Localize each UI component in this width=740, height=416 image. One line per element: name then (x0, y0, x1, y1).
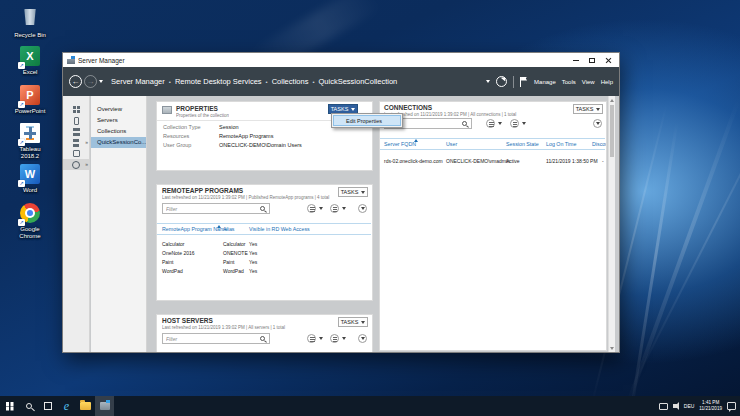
caret-down-icon[interactable] (522, 122, 526, 125)
back-button[interactable]: ← (69, 75, 82, 88)
action-center-icon[interactable] (727, 402, 736, 410)
nav-item-overview[interactable]: Overview (91, 104, 146, 115)
nav-file-storage-services[interactable]: » (63, 137, 89, 148)
minimize-button[interactable] (568, 54, 584, 67)
nav-dashboard[interactable] (63, 104, 89, 115)
internet-explorer-button[interactable]: e (57, 396, 76, 416)
desktop-icon-word[interactable]: W ↗ Word (7, 163, 53, 194)
desktop-icon-recycle-bin[interactable]: Recycle Bin (7, 6, 53, 39)
nav-iis[interactable] (63, 148, 89, 159)
sort-ascending-icon (414, 139, 418, 142)
close-button[interactable] (600, 54, 616, 67)
column-header[interactable]: Log On Time (546, 141, 576, 147)
desktop-icon-chrome[interactable]: ↗ Google Chrome (7, 202, 53, 240)
breadcrumb: Server Manager • Remote Desktop Services… (111, 77, 397, 86)
breadcrumb-item[interactable]: QuickSessionCollection (319, 77, 398, 86)
back-icon: ← (72, 77, 80, 86)
nav-item-quicksessioncollection[interactable]: QuickSessionCo... (91, 137, 146, 148)
hostservers-tasks-button[interactable]: TASKS (338, 317, 368, 327)
clock[interactable]: 1:41 PM 11/21/2019 (699, 400, 722, 412)
filter-saved-queries-button[interactable] (307, 334, 316, 343)
nav-remote-desktop-services[interactable]: » (63, 159, 89, 170)
maximize-button[interactable] (584, 54, 600, 67)
hostservers-filter-input[interactable] (162, 333, 270, 344)
title-bar[interactable]: Server Manager (63, 53, 619, 67)
expand-icon: » (85, 137, 88, 148)
table-header: Server FQDN User Session State Log On Ti… (380, 138, 605, 150)
refresh-icon[interactable] (496, 76, 507, 87)
caret-down-icon[interactable] (319, 337, 323, 340)
menu-view[interactable]: View (582, 79, 595, 85)
task-view-button[interactable] (38, 396, 57, 416)
menu-tools[interactable]: Tools (562, 79, 576, 85)
filter-saved-queries-button[interactable] (486, 119, 495, 128)
scroll-up-button[interactable] (609, 96, 615, 104)
connections-tasks-button[interactable]: TASKS (573, 104, 603, 114)
column-header[interactable]: Visible in RD Web Access (249, 226, 310, 232)
desktop-icon-label: Recycle Bin (7, 32, 53, 39)
nav-item-collections[interactable]: Collections (91, 126, 146, 137)
volume-icon[interactable] (673, 404, 677, 408)
nav-icon-strip: » » (63, 96, 90, 352)
start-button[interactable] (0, 396, 19, 416)
server-manager-icon (100, 402, 110, 410)
triangle-up-icon (610, 99, 614, 102)
collapse-panel-button[interactable] (593, 119, 602, 128)
breadcrumb-item[interactable]: Collections (272, 77, 309, 86)
file-explorer-button[interactable] (76, 396, 95, 416)
caret-down-icon[interactable] (498, 122, 502, 125)
nav-history-caret-icon[interactable] (99, 80, 103, 83)
column-header[interactable]: Disconne (592, 141, 607, 147)
grouping-button[interactable] (510, 119, 519, 128)
network-icon[interactable] (659, 403, 668, 410)
panel-subtitle: Properties of the collection (176, 113, 229, 118)
notifications-flag-icon[interactable] (520, 77, 528, 87)
scrollbar-thumb[interactable] (610, 105, 614, 157)
chevron-down-icon (361, 207, 365, 210)
nav-item-servers[interactable]: Servers (91, 115, 146, 126)
taskbar: e DEU 1:41 PM 11/21/2019 (0, 396, 740, 416)
breadcrumb-item[interactable]: Remote Desktop Services (175, 77, 262, 86)
menu-manage[interactable]: Manage (534, 79, 556, 85)
forward-button[interactable]: → (84, 75, 97, 88)
desktop-icon-tableau[interactable]: ↗ Tableau 2018.2 (7, 122, 53, 160)
tasks-label: TASKS (576, 106, 594, 112)
remoteapp-tasks-button[interactable]: TASKS (338, 187, 368, 197)
maximize-icon (589, 58, 595, 63)
menu-item-edit-properties[interactable]: Edit Properties (333, 115, 401, 126)
column-header[interactable]: Session State (506, 141, 539, 147)
nav-local-server[interactable] (63, 115, 89, 126)
caret-down-icon[interactable] (342, 337, 346, 340)
grouping-button[interactable] (330, 334, 339, 343)
menu-help[interactable]: Help (601, 79, 613, 85)
caret-down-icon[interactable] (319, 207, 323, 210)
panel-title: HOST SERVERS (162, 317, 213, 324)
windows-logo-icon (6, 402, 10, 406)
caret-down-icon[interactable] (342, 207, 346, 210)
remoteapp-filter-input[interactable] (162, 203, 270, 214)
vertical-scrollbar[interactable] (608, 96, 615, 352)
notifications-caret-icon[interactable] (486, 80, 490, 83)
column-header[interactable]: Server FQDN (384, 141, 416, 147)
tasks-dropdown-menu: Edit Properties (331, 113, 403, 128)
grouping-button[interactable] (330, 204, 339, 213)
collapse-panel-button[interactable] (358, 204, 367, 213)
scroll-down-button[interactable] (609, 344, 615, 352)
server-manager-taskbar-button[interactable] (95, 396, 114, 416)
field-label: User Group (163, 142, 191, 148)
expand-icon: » (85, 159, 88, 170)
filter-saved-queries-button[interactable] (307, 204, 316, 213)
desktop-icon-powerpoint[interactable]: P ↗ PowerPoint (7, 84, 53, 115)
shortcut-arrow-icon: ↗ (18, 219, 25, 226)
breadcrumb-item[interactable]: Server Manager (111, 77, 165, 86)
desktop-icon-excel[interactable]: X ↗ Excel (7, 45, 53, 76)
tray-date: 11/21/2019 (699, 406, 722, 412)
taskbar-search-button[interactable] (19, 396, 38, 416)
nav-all-servers[interactable] (63, 126, 89, 137)
keyboard-language[interactable]: DEU (684, 403, 695, 409)
collapse-panel-button[interactable] (358, 334, 367, 343)
caret-down-icon (351, 108, 355, 111)
column-header[interactable]: Alias (223, 226, 234, 232)
column-header[interactable]: User (446, 141, 457, 147)
connections-panel: CONNECTIONS Last refreshed on 11/21/2019… (379, 101, 607, 351)
